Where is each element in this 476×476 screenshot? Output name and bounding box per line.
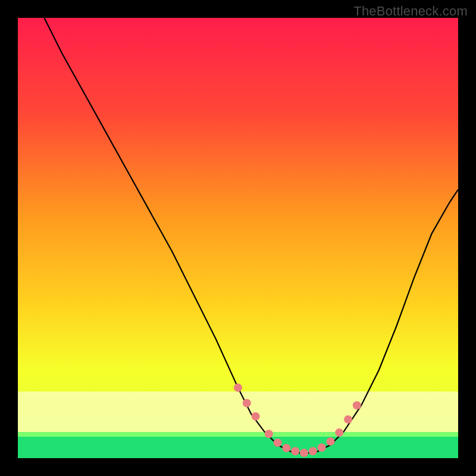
marker-dot [291, 447, 299, 455]
marker-dot [335, 428, 343, 437]
chart-plot [18, 18, 458, 458]
watermark-label: TheBottleneck.com [353, 4, 468, 19]
marker-dot [318, 443, 326, 452]
marker-dot [234, 384, 242, 392]
chart-svg [18, 18, 458, 458]
marker-dot [282, 444, 290, 452]
marker-dot [353, 401, 361, 409]
marker-dot [265, 430, 273, 438]
marker-dot [243, 399, 251, 408]
marker-dot [326, 437, 334, 446]
green-band-highlight [18, 432, 458, 437]
marker-dot [300, 449, 308, 457]
marker-dot [309, 447, 317, 455]
chart-frame: TheBottleneck.com [0, 0, 476, 476]
pale-band [18, 392, 458, 434]
marker-dot [344, 415, 352, 424]
marker-dot [252, 412, 260, 421]
marker-dot [274, 439, 282, 447]
green-band [18, 434, 458, 458]
